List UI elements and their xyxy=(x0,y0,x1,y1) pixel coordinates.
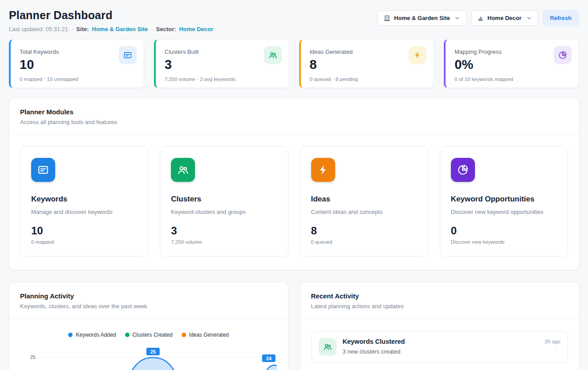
module-card-keywords[interactable]: Keywords Manage and discover keywords 10… xyxy=(20,146,148,257)
area-chart: 25 25 24 xyxy=(18,346,279,370)
planner-dashboard: Planner Dashboard Last updated: 05:31:21… xyxy=(0,0,588,370)
planning-activity-header: Planning Activity Keywords, clusters, an… xyxy=(9,282,288,318)
stat-card-ideas-generated: Ideas Generated 8 0 queued · 8 pending xyxy=(299,39,434,88)
stat-value: 3 xyxy=(165,58,235,72)
recent-activity-header: Recent Activity Latest planning actions … xyxy=(300,282,579,318)
module-value: 0 xyxy=(451,225,557,237)
users-icon xyxy=(319,338,337,356)
activity-list-item: Keywords Clustered 3 new clusters create… xyxy=(311,331,568,363)
lightning-icon xyxy=(409,46,426,64)
activity-description: 3 new clusters created xyxy=(343,348,539,355)
legend-dot-icon xyxy=(182,333,186,337)
module-value: 10 xyxy=(31,225,137,237)
sector-link[interactable]: Home Decor xyxy=(179,26,213,32)
bar-chart-icon xyxy=(477,15,484,21)
sector-selector-value: Home Decor xyxy=(487,15,522,21)
page-title: Planner Dashboard xyxy=(9,9,213,22)
site-selector-dropdown[interactable]: Home & Garden Site xyxy=(377,10,466,26)
activity-timestamp: 2h ago xyxy=(545,338,560,344)
point-label-badge: 24 xyxy=(262,354,276,362)
sector-label: Sector: xyxy=(156,26,176,32)
module-description: Manage and discover keywords xyxy=(31,209,137,215)
chevron-down-icon xyxy=(526,15,532,21)
point-label: 25 xyxy=(150,349,156,354)
point-label-badge: 25 xyxy=(146,348,160,355)
stat-value: 10 xyxy=(20,58,78,72)
module-title: Keywords xyxy=(31,195,137,204)
planner-modules-header: Planner Modules Access all planning tool… xyxy=(9,98,579,134)
panel-title: Recent Activity xyxy=(311,292,568,300)
module-description: Keyword clusters and groups xyxy=(171,209,277,215)
panel-subtitle: Access all planning tools and features xyxy=(20,119,568,125)
recent-activity-card: Recent Activity Latest planning actions … xyxy=(300,282,580,370)
module-description: Content ideas and concepts xyxy=(311,209,417,215)
legend-dot-icon xyxy=(125,333,130,337)
stats-row: Total Keywords 10 0 mapped · 10 unmapped… xyxy=(9,39,579,88)
module-subtext: 0 mapped xyxy=(31,239,137,245)
stat-value: 0% xyxy=(454,58,513,72)
module-value: 3 xyxy=(171,225,277,237)
users-icon xyxy=(171,158,195,182)
module-description: Discover new keyword opportunities xyxy=(451,209,557,215)
legend-label: Clusters Created xyxy=(133,332,173,338)
header-left: Planner Dashboard Last updated: 05:31:21… xyxy=(9,7,213,32)
panel-title: Planner Modules xyxy=(20,108,568,116)
stat-subtext: 0 queued · 8 pending xyxy=(310,76,358,82)
building-icon xyxy=(384,15,390,21)
stat-value: 8 xyxy=(310,58,358,72)
legend-label: Ideas Generated xyxy=(189,332,229,338)
sector-selector-dropdown[interactable]: Home Decor xyxy=(471,10,538,26)
site-selector-value: Home & Garden Site xyxy=(394,15,450,21)
module-value: 8 xyxy=(311,225,417,237)
stat-subtext: 7,250 volume · 3 avg keywords xyxy=(165,76,235,82)
refresh-button[interactable]: Refresh xyxy=(543,10,579,26)
stat-label: Mapping Progress xyxy=(454,46,513,55)
module-card-ideas[interactable]: Ideas Content ideas and concepts 8 0 que… xyxy=(300,146,428,257)
document-icon xyxy=(119,46,137,64)
panel-title: Planning Activity xyxy=(20,292,277,300)
stat-card-clusters-built: Clusters Built 3 7,250 volume · 3 avg ke… xyxy=(154,39,289,88)
module-title: Ideas xyxy=(311,195,417,204)
module-title: Clusters xyxy=(171,195,277,204)
stat-card-mapping-progress: Mapping Progress 0% 0 of 10 keywords map… xyxy=(444,39,579,88)
activity-title: Keywords Clustered xyxy=(343,338,539,345)
users-icon xyxy=(264,46,282,64)
pie-chart-icon xyxy=(451,158,475,182)
module-subtext: Discover new keywords xyxy=(451,239,557,245)
planning-activity-card: Planning Activity Keywords, clusters, an… xyxy=(9,282,288,370)
module-subtext: 7,250 volume xyxy=(171,239,277,245)
panel-subtitle: Latest planning actions and updates xyxy=(311,303,568,310)
stat-subtext: 0 of 10 keywords mapped xyxy=(454,76,513,82)
keywords-added-line xyxy=(82,358,277,370)
legend-dot-icon xyxy=(68,333,73,337)
legend-item-ideas-generated: Ideas Generated xyxy=(182,332,229,338)
stat-subtext: 0 mapped · 10 unmapped xyxy=(20,76,78,82)
stat-label: Total Keywords xyxy=(20,46,78,55)
stat-label: Ideas Generated xyxy=(310,46,358,55)
module-subtext: 0 queued xyxy=(311,239,417,245)
recent-activity-list: Keywords Clustered 3 new clusters create… xyxy=(300,318,579,370)
planner-modules-panel: Planner Modules Access all planning tool… xyxy=(9,98,579,270)
document-icon xyxy=(31,158,55,182)
legend-label: Keywords Added xyxy=(76,332,116,338)
modules-grid: Keywords Manage and discover keywords 10… xyxy=(9,134,579,270)
chart-legend: Keywords Added Clusters Created Ideas Ge… xyxy=(9,318,288,338)
module-card-clusters[interactable]: Clusters Keyword clusters and groups 3 7… xyxy=(160,146,288,257)
point-label: 24 xyxy=(266,355,272,361)
chevron-down-icon xyxy=(454,15,460,21)
stat-label: Clusters Built xyxy=(165,46,235,55)
module-card-keyword-opportunities[interactable]: Keyword Opportunities Discover new keywo… xyxy=(440,146,568,257)
activity-chart: 25 25 24 xyxy=(9,338,288,370)
site-label: Site: xyxy=(76,26,89,32)
legend-item-keywords-added: Keywords Added xyxy=(68,332,116,338)
legend-item-clusters-created: Clusters Created xyxy=(125,332,173,338)
site-link[interactable]: Home & Garden Site xyxy=(92,26,148,32)
bottom-row: Planning Activity Keywords, clusters, an… xyxy=(9,282,579,370)
keywords-added-area xyxy=(82,358,277,370)
header-meta: Last updated: 05:31:21 · Site: Home & Ga… xyxy=(9,26,213,32)
header-controls: Home & Garden Site Home Decor Refresh xyxy=(377,10,579,26)
y-axis-tick-label: 25 xyxy=(30,354,36,360)
panel-subtitle: Keywords, clusters, and ideas over the p… xyxy=(20,303,277,310)
pie-chart-icon xyxy=(554,46,572,64)
lightning-icon xyxy=(311,158,335,182)
